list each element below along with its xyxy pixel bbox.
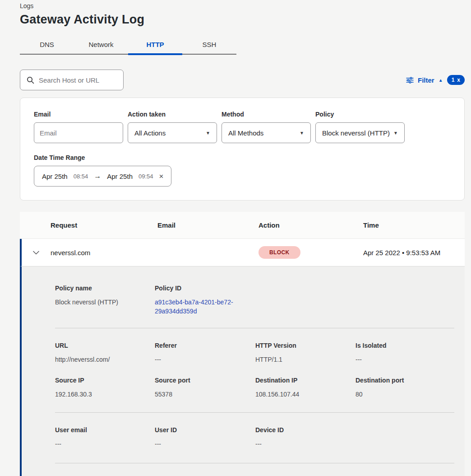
device-id-label: Device ID xyxy=(255,426,356,434)
http-version-label: HTTP Version xyxy=(255,342,356,349)
device-id-field: Device ID --- xyxy=(255,426,356,448)
table-header-row: Request Email Action Time xyxy=(20,212,465,239)
user-email-field: User email --- xyxy=(55,426,155,448)
user-id-field: User ID --- xyxy=(155,426,255,448)
http-version-field: HTTP Version HTTP/1.1 xyxy=(255,342,356,364)
filter-panel: Email Action taken All Actions ▼ Method … xyxy=(20,98,465,201)
section-divider xyxy=(55,463,454,463)
tab-bar: DNS Network HTTP SSH xyxy=(20,36,236,55)
column-header-action: Action xyxy=(259,221,363,229)
search-input[interactable] xyxy=(39,76,117,84)
action-taken-value: All Actions xyxy=(134,129,166,137)
referer-value: --- xyxy=(155,355,255,364)
collapse-caret-icon[interactable]: ▲ xyxy=(439,78,443,83)
expand-chevron-icon[interactable] xyxy=(22,251,51,255)
time-value: Apr 25 2022 • 9:53:53 AM xyxy=(363,249,465,257)
destination-ip-value: 108.156.107.44 xyxy=(255,390,356,399)
filter-toggle-button[interactable]: Filter xyxy=(418,76,434,84)
is-isolated-field: Is Isolated --- xyxy=(356,342,454,364)
destination-port-value: 80 xyxy=(356,390,454,399)
method-select[interactable]: All Methods ▼ xyxy=(222,122,311,143)
chevron-down-icon: ▼ xyxy=(300,131,304,135)
email-filter-field: Email xyxy=(34,111,123,143)
start-date[interactable]: Apr 25th xyxy=(42,173,68,180)
referer-field: Referer --- xyxy=(155,342,255,364)
activity-log-table: Request Email Action Time neverssl.com B… xyxy=(20,212,465,476)
chevron-down-icon: ▼ xyxy=(393,131,398,135)
source-port-field: Source port 55378 xyxy=(155,377,255,399)
clear-range-icon[interactable]: × xyxy=(159,173,164,180)
expanded-row-details: Policy name Block neverssl (HTTP) Policy… xyxy=(20,266,465,476)
http-version-value: HTTP/1.1 xyxy=(255,355,356,364)
action-cell: BLOCK xyxy=(259,246,363,259)
method-field: Method All Methods ▼ xyxy=(222,111,311,143)
breadcrumb: Logs xyxy=(20,0,465,9)
user-email-value: --- xyxy=(55,439,155,448)
action-taken-field: Action taken All Actions ▼ xyxy=(128,111,217,143)
column-header-time: Time xyxy=(363,221,465,229)
is-isolated-label: Is Isolated xyxy=(356,342,454,349)
tab-network[interactable]: Network xyxy=(74,36,128,54)
policy-id-label: Policy ID xyxy=(155,285,255,292)
policy-section: Policy name Block neverssl (HTTP) Policy… xyxy=(55,266,454,328)
email-filter-label: Email xyxy=(34,111,123,118)
policy-value: Block neverssl (HTTP) xyxy=(322,129,390,137)
policy-select[interactable]: Block neverssl (HTTP) ▼ xyxy=(315,122,405,143)
source-port-label: Source port xyxy=(155,377,255,384)
source-port-value: 55378 xyxy=(155,390,255,399)
user-id-label: User ID xyxy=(155,426,255,434)
url-value: http://neverssl.com/ xyxy=(55,355,155,364)
toolbar: Filter ▲ 1 x xyxy=(20,70,465,90)
range-arrow-icon: → xyxy=(94,172,101,180)
source-ip-value: 192.168.30.3 xyxy=(55,390,155,399)
is-isolated-value: --- xyxy=(356,355,454,364)
user-details-section: User email --- User ID --- Device ID --- xyxy=(55,413,454,463)
page-title: Gateway Activity Log xyxy=(20,13,465,27)
policy-field: Policy Block neverssl (HTTP) ▼ xyxy=(315,111,405,143)
end-time[interactable]: 09:54 xyxy=(139,173,153,180)
tab-dns[interactable]: DNS xyxy=(20,36,74,54)
filter-count: 1 xyxy=(452,77,455,83)
url-label: URL xyxy=(55,342,155,349)
status-badge: BLOCK xyxy=(259,246,300,259)
url-field: URL http://neverssl.com/ xyxy=(55,342,155,364)
column-header-email: Email xyxy=(157,221,259,229)
source-ip-label: Source IP xyxy=(55,377,155,384)
policy-id-link[interactable]: a91c3eb4-ba7a-4201-be72-29a934dd359d xyxy=(155,298,243,316)
destination-port-field: Destination port 80 xyxy=(356,377,454,399)
policy-name-value: Block neverssl (HTTP) xyxy=(55,298,155,307)
action-taken-label: Action taken xyxy=(128,111,217,118)
destination-ip-label: Destination IP xyxy=(255,377,356,384)
policy-name-label: Policy name xyxy=(55,285,155,292)
end-date[interactable]: Apr 25th xyxy=(107,173,133,180)
request-value: neverssl.com xyxy=(51,249,157,257)
date-range-field: Date Time Range Apr 25th 08:54 → Apr 25t… xyxy=(34,154,451,187)
action-taken-select[interactable]: All Actions ▼ xyxy=(128,122,217,143)
filter-sliders-icon xyxy=(406,77,414,84)
table-row[interactable]: neverssl.com BLOCK Apr 25 2022 • 9:53:53… xyxy=(20,239,465,266)
user-id-value: --- xyxy=(155,439,255,448)
search-box[interactable] xyxy=(20,70,124,90)
filter-count-badge[interactable]: 1 x xyxy=(447,75,465,85)
method-label: Method xyxy=(222,111,311,118)
search-icon xyxy=(27,76,34,84)
policy-id-field: Policy ID a91c3eb4-ba7a-4201-be72-29a934… xyxy=(155,285,255,316)
tab-http[interactable]: HTTP xyxy=(128,36,182,54)
column-header-request: Request xyxy=(51,221,157,229)
destination-ip-field: Destination IP 108.156.107.44 xyxy=(255,377,356,399)
start-time[interactable]: 08:54 xyxy=(74,173,88,180)
tab-ssh[interactable]: SSH xyxy=(182,36,236,54)
policy-label: Policy xyxy=(315,111,405,118)
date-range-label: Date Time Range xyxy=(34,154,451,161)
method-value: All Methods xyxy=(228,129,263,137)
user-email-label: User email xyxy=(55,426,155,434)
policy-name-field: Policy name Block neverssl (HTTP) xyxy=(55,285,155,316)
chevron-down-icon: ▼ xyxy=(206,131,210,135)
destination-port-label: Destination port xyxy=(356,377,454,384)
device-id-value: --- xyxy=(255,439,356,448)
http-details-section: URL http://neverssl.com/ Referer --- HTT… xyxy=(55,328,454,413)
email-filter-input[interactable] xyxy=(34,122,123,143)
filter-controls: Filter ▲ 1 x xyxy=(406,75,465,85)
filter-clear-x[interactable]: x xyxy=(457,77,460,83)
date-range-picker[interactable]: Apr 25th 08:54 → Apr 25th 09:54 × xyxy=(34,166,171,187)
